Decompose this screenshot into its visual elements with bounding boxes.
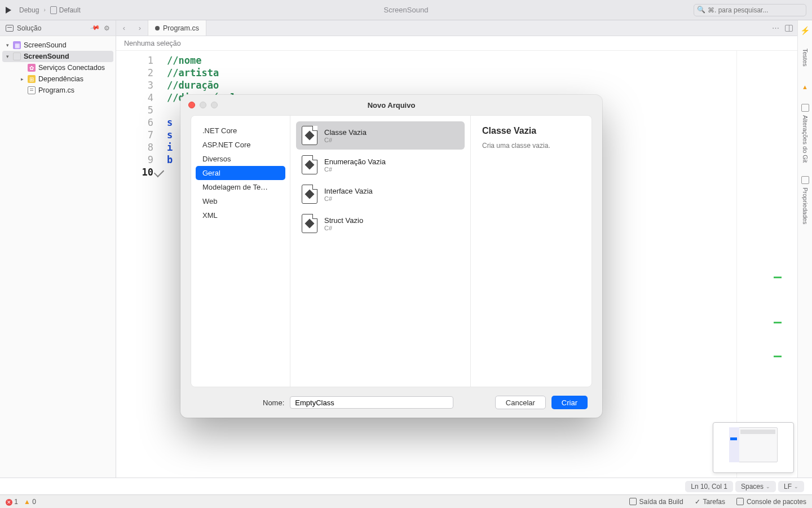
check-icon: ✓: [695, 498, 700, 506]
run-icon[interactable]: [6, 7, 11, 14]
panel-properties[interactable]: Propriedades: [801, 176, 809, 224]
template-item[interactable]: Enumeração VaziaC#: [296, 151, 465, 179]
warning-icon: ▲: [802, 84, 808, 90]
category-item[interactable]: Modelagem de Te…: [196, 180, 285, 194]
warning-icon: ▲: [24, 498, 30, 506]
cursor-position[interactable]: Ln 10, Col 1: [685, 481, 733, 492]
split-icon[interactable]: [785, 25, 793, 32]
chevron-right-icon[interactable]: ▸: [19, 76, 25, 82]
tab-program[interactable]: Program.cs: [148, 20, 206, 36]
device-icon: [50, 6, 57, 14]
description-title: Classe Vazia: [482, 126, 580, 136]
line-gutter: 12345678910: [116, 51, 167, 478]
chevron-down-icon[interactable]: ▾: [5, 54, 10, 59]
dialog-footer: Nome: Cancelar Criar: [180, 387, 602, 418]
chevron-right-icon: ›: [43, 7, 45, 13]
new-file-dialog: Novo Arquivo .NET CoreASP.NET CoreDivers…: [180, 95, 602, 418]
close-icon[interactable]: [188, 102, 195, 108]
document-minimap[interactable]: [713, 422, 794, 473]
csharp-file-icon: [302, 214, 317, 233]
right-side-panels: ⚡ Testes ▲ Alterações do Git Propriedade…: [797, 20, 812, 478]
editor-status-bar: Ln 10, Col 1 Spaces ⌄ LF ⌄: [0, 478, 812, 494]
dependencies-node[interactable]: ▸ ⊞ Dependências: [0, 73, 116, 85]
panel-git-changes[interactable]: Alterações do Git: [801, 104, 809, 163]
csharp-file-icon: [302, 126, 317, 145]
template-item[interactable]: Struct VazioC#: [296, 209, 465, 238]
sidebar-header: Solução 📌 ⚙: [0, 20, 116, 36]
global-search[interactable]: 🔍: [694, 4, 806, 16]
warning-count[interactable]: ▲ 0: [24, 498, 36, 506]
template-item[interactable]: Interface VaziaC#: [296, 180, 465, 208]
file-node-program[interactable]: Program.cs: [0, 85, 116, 96]
category-list: .NET CoreASP.NET CoreDiversosGeralModela…: [191, 116, 290, 387]
run-target[interactable]: Default: [50, 6, 81, 14]
project-node[interactable]: ▾ ScreenSound: [2, 51, 113, 62]
console-icon: [736, 498, 744, 505]
editor-tabstrip: ‹ › Program.cs ⋯: [116, 20, 797, 36]
description-text: Cria uma classe vazia.: [482, 142, 580, 150]
category-item[interactable]: Geral: [196, 166, 285, 180]
run-config[interactable]: Debug: [19, 6, 39, 14]
overview-ruler: [779, 51, 782, 478]
bolt-icon[interactable]: ⚡: [800, 26, 810, 35]
bottom-bar: ✕ 1 ▲ 0 Saída da Build ✓Tarefas Console …: [0, 494, 812, 508]
nav-back-button[interactable]: ‹: [116, 24, 132, 32]
solution-sidebar: Solução 📌 ⚙ ▾ ▦ ScreenSound ▾ ScreenSoun…: [0, 20, 116, 478]
solution-tree: ▾ ▦ ScreenSound ▾ ScreenSound ✿ Serviços…: [0, 36, 116, 99]
dialog-title: Novo Arquivo: [180, 101, 602, 110]
search-input[interactable]: [694, 4, 806, 16]
panel-package-console[interactable]: Console de pacotes: [736, 498, 806, 506]
chevron-down-icon: ⌄: [766, 484, 770, 489]
error-count[interactable]: ✕ 1: [6, 498, 18, 506]
run-config-breadcrumb[interactable]: Debug › Default: [19, 6, 81, 14]
sidebar-title: Solução: [17, 24, 41, 32]
panel-tests[interactable]: Testes: [802, 49, 809, 67]
chevron-down-icon: ⌄: [794, 484, 798, 489]
solution-file-icon: ▦: [13, 41, 21, 49]
solution-node[interactable]: ▾ ▦ ScreenSound: [0, 40, 116, 51]
category-item[interactable]: ASP.NET Core: [196, 138, 285, 152]
eol-selector[interactable]: LF ⌄: [778, 481, 804, 492]
solution-icon: [6, 25, 14, 32]
csharp-file-icon: [302, 155, 317, 174]
template-list: Classe VaziaC# Enumeração VaziaC# Interf…: [290, 116, 471, 387]
csproj-icon: [13, 52, 21, 60]
error-icon: ✕: [6, 499, 12, 506]
name-input[interactable]: [290, 396, 453, 409]
create-button[interactable]: Criar: [551, 396, 588, 409]
nav-forward-button[interactable]: ›: [132, 24, 148, 32]
category-item[interactable]: XML: [196, 208, 285, 222]
output-icon: [629, 498, 637, 505]
indent-selector[interactable]: Spaces ⌄: [735, 481, 776, 492]
csharp-file-icon: [28, 86, 36, 94]
dependencies-icon: ⊞: [28, 75, 36, 83]
template-description: Classe Vazia Cria uma classe vazia.: [471, 116, 592, 387]
editor-breadcrumb[interactable]: Nenhuma seleção: [116, 36, 797, 51]
category-item[interactable]: Web: [196, 194, 285, 208]
category-item[interactable]: Diversos: [196, 152, 285, 166]
csharp-file-icon: [302, 185, 317, 204]
dialog-titlebar: Novo Arquivo: [180, 95, 602, 115]
more-icon[interactable]: ⋯: [772, 24, 779, 32]
connected-services-icon: ✿: [28, 64, 36, 72]
window-title: ScreenSound: [0, 6, 812, 14]
git-icon: [801, 104, 809, 112]
minimize-icon: [200, 102, 206, 108]
panel-build-output[interactable]: Saída da Build: [629, 498, 683, 506]
chevron-down-icon[interactable]: ▾: [5, 42, 10, 48]
connected-services-node[interactable]: ✿ Serviços Conectados: [0, 62, 116, 73]
name-label: Nome:: [263, 398, 284, 407]
unsaved-indicator-icon: [155, 26, 160, 30]
search-icon: 🔍: [697, 6, 705, 14]
category-item[interactable]: .NET Core: [196, 124, 285, 138]
properties-icon: [801, 176, 809, 184]
cancel-button[interactable]: Cancelar: [495, 396, 546, 409]
pin-icon[interactable]: 📌: [90, 23, 101, 33]
zoom-icon: [211, 102, 218, 108]
gear-icon[interactable]: ⚙: [104, 24, 110, 32]
template-item[interactable]: Classe VaziaC#: [296, 121, 465, 150]
panel-tasks[interactable]: ✓Tarefas: [695, 498, 725, 506]
main-toolbar: Debug › Default ScreenSound 🔍: [0, 0, 812, 20]
